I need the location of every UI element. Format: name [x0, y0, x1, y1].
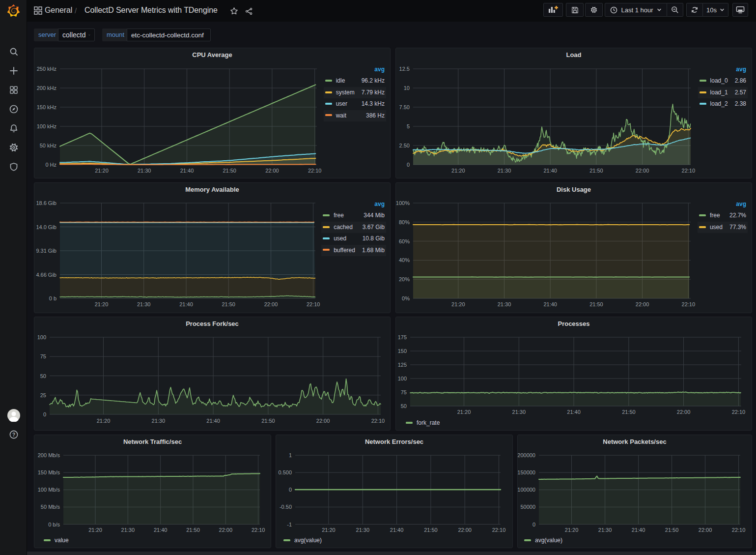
- svg-text:21:20: 21:20: [88, 527, 102, 533]
- svg-text:22:10: 22:10: [682, 301, 696, 307]
- svg-text:100000: 100000: [518, 487, 535, 493]
- svg-text:7.50: 7.50: [399, 104, 410, 110]
- svg-text:22:10: 22:10: [371, 418, 385, 424]
- svg-text:14.0 Gib: 14.0 Gib: [36, 224, 56, 230]
- svg-text:22:10: 22:10: [252, 527, 265, 533]
- svg-text:21:20: 21:20: [322, 527, 336, 533]
- svg-text:1: 1: [289, 452, 292, 458]
- svg-text:21:40: 21:40: [632, 527, 645, 533]
- svg-text:50000: 50000: [520, 504, 535, 510]
- svg-text:21:40: 21:40: [179, 301, 193, 307]
- svg-text:22:00: 22:00: [219, 527, 233, 533]
- svg-text:21:40: 21:40: [180, 168, 194, 174]
- svg-text:200 kHz: 200 kHz: [37, 85, 56, 91]
- svg-text:50: 50: [40, 373, 46, 379]
- svg-text:21:40: 21:40: [543, 301, 557, 307]
- svg-text:22:00: 22:00: [458, 527, 472, 533]
- svg-text:4.66 Gib: 4.66 Gib: [36, 272, 56, 278]
- svg-text:21:20: 21:20: [95, 301, 109, 307]
- svg-text:200000: 200000: [518, 452, 535, 458]
- svg-text:50 kHz: 50 kHz: [40, 143, 56, 148]
- svg-text:21:30: 21:30: [356, 527, 370, 533]
- svg-text:21:40: 21:40: [390, 527, 404, 533]
- svg-text:21:50: 21:50: [622, 409, 636, 415]
- svg-text:21:20: 21:20: [457, 409, 471, 415]
- svg-text:125: 125: [398, 362, 407, 368]
- svg-text:22:10: 22:10: [492, 527, 506, 533]
- svg-text:100: 100: [37, 334, 46, 340]
- svg-text:21:20: 21:20: [565, 527, 579, 533]
- svg-text:25: 25: [40, 392, 46, 398]
- svg-text:21:20: 21:20: [95, 168, 109, 174]
- svg-text:0: 0: [289, 487, 292, 493]
- svg-text:50 Mb/s: 50 Mb/s: [41, 504, 60, 510]
- svg-text:50: 50: [401, 403, 407, 409]
- svg-text:12.5: 12.5: [399, 66, 410, 72]
- svg-text:21:50: 21:50: [665, 527, 679, 533]
- svg-text:9.31 Gib: 9.31 Gib: [36, 248, 56, 254]
- svg-text:21:40: 21:40: [154, 527, 168, 533]
- svg-text:-0.50: -0.50: [280, 504, 292, 510]
- svg-text:80%: 80%: [399, 219, 410, 225]
- svg-text:18.6 Gib: 18.6 Gib: [36, 200, 56, 206]
- svg-text:21:30: 21:30: [121, 527, 135, 533]
- svg-text:0 Hz: 0 Hz: [45, 162, 56, 168]
- svg-text:21:50: 21:50: [589, 168, 603, 174]
- svg-text:10: 10: [404, 85, 410, 91]
- svg-text:40%: 40%: [399, 257, 410, 263]
- svg-text:22:00: 22:00: [264, 301, 278, 307]
- svg-text:22:10: 22:10: [308, 168, 322, 174]
- svg-text:22:00: 22:00: [316, 418, 330, 424]
- svg-text:22:00: 22:00: [699, 527, 712, 533]
- svg-text:21:30: 21:30: [498, 301, 511, 307]
- svg-text:250 kHz: 250 kHz: [37, 66, 56, 72]
- svg-text:21:20: 21:20: [451, 301, 465, 307]
- svg-text:0%: 0%: [402, 295, 410, 301]
- svg-text:22:00: 22:00: [265, 168, 279, 174]
- svg-text:22:00: 22:00: [636, 301, 649, 307]
- svg-text:21:30: 21:30: [498, 168, 511, 174]
- svg-text:21:50: 21:50: [186, 527, 200, 533]
- svg-text:100: 100: [398, 376, 407, 381]
- svg-text:22:00: 22:00: [677, 409, 691, 415]
- svg-text:0 b: 0 b: [49, 295, 56, 301]
- svg-text:21:50: 21:50: [589, 301, 603, 307]
- svg-text:22:00: 22:00: [636, 168, 649, 174]
- svg-text:21:30: 21:30: [598, 527, 612, 533]
- svg-text:100 kHz: 100 kHz: [37, 123, 56, 129]
- svg-text:22:10: 22:10: [307, 301, 320, 307]
- svg-text:200 Mb/s: 200 Mb/s: [38, 452, 60, 458]
- svg-text:0: 0: [532, 522, 535, 527]
- svg-text:21:30: 21:30: [137, 301, 151, 307]
- svg-text:21:20: 21:20: [451, 168, 465, 174]
- svg-text:21:30: 21:30: [152, 418, 166, 424]
- svg-text:150 kHz: 150 kHz: [37, 104, 56, 110]
- svg-text:0: 0: [407, 162, 410, 168]
- svg-text:175: 175: [398, 334, 407, 340]
- svg-text:60%: 60%: [399, 238, 410, 244]
- svg-text:100 Mb/s: 100 Mb/s: [38, 487, 60, 493]
- svg-text:21:20: 21:20: [97, 418, 111, 424]
- svg-text:21:40: 21:40: [206, 418, 220, 424]
- svg-text:21:30: 21:30: [138, 168, 151, 174]
- svg-text:5: 5: [407, 123, 410, 129]
- svg-text:150000: 150000: [518, 469, 535, 475]
- svg-text:75: 75: [401, 389, 407, 395]
- svg-text:0.500: 0.500: [278, 469, 292, 475]
- svg-text:21:50: 21:50: [261, 418, 275, 424]
- svg-text:21:30: 21:30: [512, 409, 526, 415]
- svg-text:21:40: 21:40: [567, 409, 581, 415]
- svg-text:2.50: 2.50: [399, 143, 410, 148]
- svg-text:22:10: 22:10: [732, 527, 746, 533]
- svg-text:150 Mb/s: 150 Mb/s: [38, 469, 60, 475]
- svg-text:21:50: 21:50: [424, 527, 438, 533]
- svg-text:21:40: 21:40: [543, 168, 557, 174]
- svg-text:100%: 100%: [396, 200, 410, 206]
- svg-text:75: 75: [40, 353, 46, 359]
- svg-text:0 b/s: 0 b/s: [48, 522, 60, 527]
- svg-text:0: 0: [43, 411, 46, 417]
- svg-text:22:10: 22:10: [732, 409, 746, 415]
- svg-text:20%: 20%: [399, 276, 410, 282]
- svg-text:22:10: 22:10: [682, 168, 696, 174]
- svg-text:21:50: 21:50: [222, 301, 235, 307]
